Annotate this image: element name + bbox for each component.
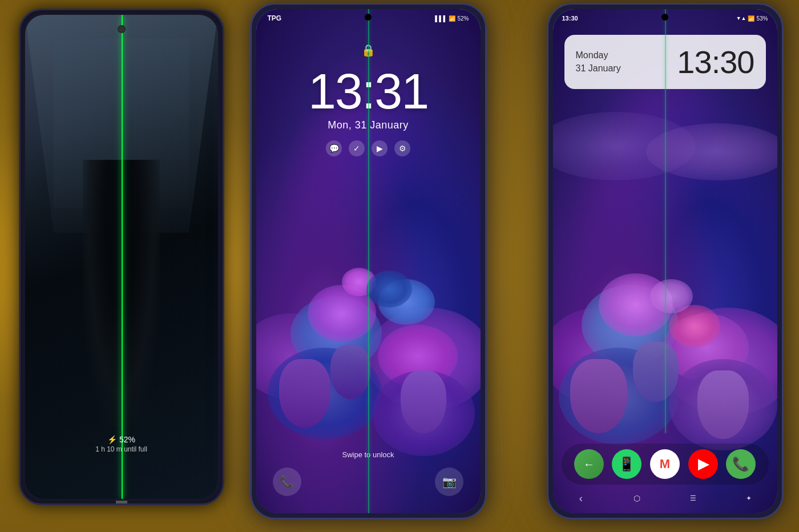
p3-time: 13:30 (562, 15, 578, 22)
app-whatsapp[interactable]: 📱 (612, 449, 641, 479)
p3-wifi-icon: 📶 (748, 15, 754, 22)
nav-back[interactable]: ‹ (571, 488, 591, 509)
carrier-label: TPG (268, 14, 282, 22)
phone-shortcut[interactable]: 📞 (273, 467, 301, 496)
app-gmail[interactable]: M (650, 449, 680, 479)
app-youtube[interactable]: ▶ (688, 449, 718, 479)
battery-percent-value: 52% (119, 435, 135, 444)
nav-extra[interactable]: ✦ (739, 488, 759, 509)
phone-1-body[interactable]: ⚡ 52% 1 h 10 m until full (19, 9, 224, 505)
phone-1-camera (118, 25, 126, 33)
widget-date-text: Monday 31 January (576, 49, 621, 75)
widget-day: Monday (576, 49, 621, 62)
whatsapp-icon: 📱 (618, 456, 635, 472)
battery-percentage: ⚡ 52% (95, 435, 147, 444)
usb-connector (116, 501, 127, 505)
signal-icon: ▌▌▌ (435, 15, 447, 22)
green-line-phone2 (368, 9, 369, 513)
youtube-icon: ▶ (698, 456, 708, 472)
phone-1-wrapper: ⚡ 52% 1 h 10 m until full (11, 9, 231, 522)
phone-1-screen: ⚡ 52% 1 h 10 m until full (25, 15, 218, 499)
phone-2-screen: TPG ▌▌▌ 📶 52% 🔒 13:31 Mon, 31 January (256, 9, 481, 513)
phone-3-camera (661, 14, 668, 21)
wifi-icon: 📶 (449, 15, 455, 22)
phone-3-wrapper: 13:30 ▼▲ 📶 53% Monday 31 January 13:30 (542, 3, 788, 528)
gmail-icon: M (660, 457, 670, 471)
notif-settings: ⚙ (394, 140, 410, 156)
nav-recents[interactable]: ☰ (683, 488, 703, 509)
p3-signal-icon: ▼▲ (736, 15, 746, 21)
phone-app-icon: 📞 (732, 456, 749, 472)
phone-3-body[interactable]: 13:30 ▼▲ 📶 53% Monday 31 January 13:30 (547, 3, 784, 519)
green-line-phone3 (665, 9, 666, 433)
scene: ⚡ 52% 1 h 10 m until full (0, 0, 799, 532)
notif-check: ✓ (349, 140, 365, 156)
p3-status-icons: ▼▲ 📶 53% (736, 15, 768, 22)
phone-2-body[interactable]: TPG ▌▌▌ 📶 52% 🔒 13:31 Mon, 31 January (250, 3, 487, 519)
status-icons-2: ▌▌▌ 📶 52% (435, 15, 469, 22)
app-phone[interactable]: 📞 (726, 449, 756, 479)
nav-bar-3: ‹ ⬡ ☰ ✦ (553, 488, 777, 509)
phone-1-battery-info: ⚡ 52% 1 h 10 m until full (95, 435, 147, 453)
notif-play: ▶ (372, 140, 388, 156)
phone-3-screen: 13:30 ▼▲ 📶 53% Monday 31 January 13:30 (553, 9, 777, 513)
camera-shortcut[interactable]: 📷 (435, 467, 463, 496)
battery-time-text: 1 h 10 m until full (95, 445, 147, 453)
battery-icon-2: 52% (457, 15, 469, 22)
phone-2-camera (365, 14, 372, 21)
nav-home[interactable]: ⬡ (627, 488, 647, 509)
widget-month: 31 January (576, 62, 621, 75)
app-dock: → 📱 M ▶ 📞 (562, 444, 769, 485)
notif-whatsapp: 💬 (326, 140, 342, 156)
p3-battery: 53% (756, 15, 768, 22)
phone-2-wrapper: TPG ▌▌▌ 📶 52% 🔒 13:31 Mon, 31 January (245, 3, 491, 528)
green-line-phone1 (122, 15, 123, 499)
app-messages[interactable]: → (574, 449, 604, 479)
widget-time-display: 13:30 (677, 43, 754, 80)
battery-charging-icon: ⚡ (107, 435, 117, 444)
messages-icon: → (583, 458, 595, 471)
